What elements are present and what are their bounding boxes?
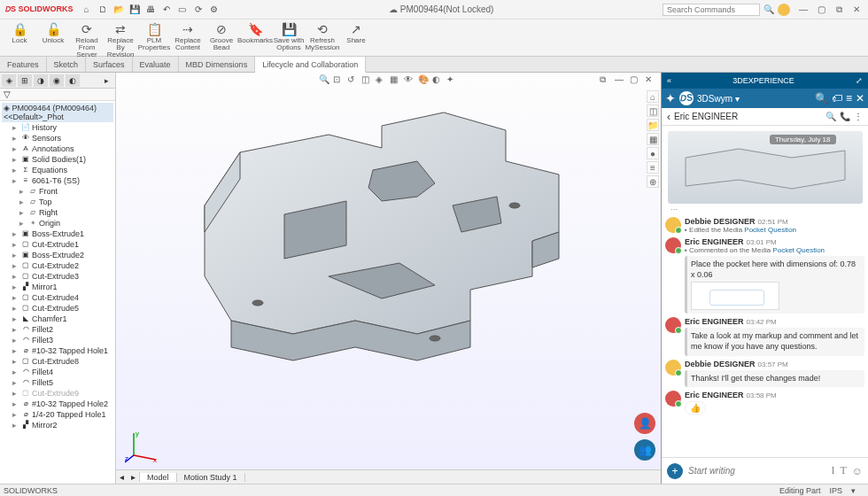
vp-link-icon[interactable]: ⧉ bbox=[600, 74, 612, 87]
msg-image[interactable] bbox=[691, 282, 779, 310]
tree-item[interactable]: ▸👁Sensors bbox=[2, 133, 113, 143]
orientation-icon[interactable]: ◈ bbox=[376, 74, 388, 87]
avatar[interactable] bbox=[665, 360, 681, 376]
swym-title[interactable]: 3DSwym ▾ bbox=[697, 94, 811, 104]
ribbon-bookmarks[interactable]: 🔖Bookmarks bbox=[239, 21, 271, 44]
zoom-area-icon[interactable]: ⊡ bbox=[333, 74, 345, 87]
search-commands-input[interactable] bbox=[663, 4, 760, 16]
new-icon[interactable]: 🗋 bbox=[97, 4, 109, 16]
tree-item[interactable]: ▸◣Chamfer1 bbox=[2, 314, 113, 324]
swym-logo-icon[interactable]: 𝘋S bbox=[679, 91, 694, 105]
task-resources-icon[interactable]: ⌂ bbox=[647, 90, 659, 103]
filter-icon[interactable]: ▽ bbox=[4, 89, 11, 99]
ribbon-reload-from-server[interactable]: ⟳Reload From Server bbox=[71, 21, 103, 58]
viewport[interactable]: 🔍 ⊡ ↺ ◫ ◈ ▦ 👁 🎨 ◐ ✦ ⧉ — ▢ ✕ ⌂ ◫ 📁 ▦ ● ≡ … bbox=[116, 73, 661, 484]
tree-item[interactable]: ▸◠Fillet2 bbox=[2, 324, 113, 335]
chat-feed[interactable]: Thursday, July 18 ▶ ⋯ Debbie DESIGNER02:… bbox=[662, 126, 868, 457]
ribbon-share[interactable]: ↗Share bbox=[340, 21, 372, 44]
swym-close-icon[interactable]: ✕ bbox=[856, 92, 864, 105]
avatar[interactable] bbox=[665, 391, 681, 407]
text-cursor-icon[interactable]: I bbox=[831, 464, 834, 477]
tree-expand-icon[interactable]: ▸ bbox=[19, 218, 27, 229]
task-explorer-icon[interactable]: 📁 bbox=[647, 119, 659, 131]
status-dropdown-icon[interactable]: ▾ bbox=[851, 486, 856, 495]
tree-item[interactable]: ▸▢Cut-Extrude4 bbox=[2, 292, 113, 303]
avatar[interactable] bbox=[665, 237, 681, 253]
restore-icon[interactable]: ⧉ bbox=[833, 4, 845, 16]
tab-surfaces[interactable]: Surfaces bbox=[86, 57, 133, 72]
tab-evaluate[interactable]: Evaluate bbox=[133, 57, 179, 72]
tree-expand-icon[interactable]: ▸ bbox=[12, 356, 19, 367]
tab-mbd-dimensions[interactable]: MBD Dimensions bbox=[179, 57, 256, 72]
task-view-palette-icon[interactable]: ▦ bbox=[647, 133, 659, 145]
chat-input[interactable] bbox=[688, 466, 825, 476]
ribbon-unlock[interactable]: 🔓Unlock bbox=[37, 21, 69, 44]
tree-item[interactable]: ▸▱Top bbox=[2, 197, 113, 207]
tree-expand-icon[interactable]: ▸ bbox=[12, 367, 19, 377]
text-format-icon[interactable]: T bbox=[840, 464, 846, 477]
tree-item[interactable]: ▸▱Right bbox=[2, 207, 113, 218]
video-thumbnail[interactable]: Thursday, July 18 ▶ bbox=[668, 131, 863, 204]
ribbon-plm-properties[interactable]: 📋PLM Properties bbox=[138, 21, 170, 51]
feature-tree[interactable]: ◈ PM009464 (PM009464)<<Default>_Phot ▸📄H… bbox=[0, 101, 115, 484]
tree-item[interactable]: ▸◠Fillet5 bbox=[2, 377, 113, 388]
tree-item[interactable]: ▸▣Solid Bodies(1) bbox=[2, 154, 113, 165]
prev-view-icon[interactable]: ↺ bbox=[347, 74, 360, 87]
swym-search-icon[interactable]: 🔍 bbox=[815, 92, 828, 105]
swym-menu-icon[interactable]: ≡ bbox=[846, 92, 852, 105]
tree-expand-icon[interactable]: ▸ bbox=[12, 165, 19, 175]
tree-item[interactable]: ▸AAnnotations bbox=[2, 143, 113, 154]
tree-item[interactable]: ▸⌀#10-32 Tapped Hole2 bbox=[2, 399, 113, 409]
tree-expand-icon[interactable]: ▸ bbox=[12, 229, 19, 239]
tree-expand-icon[interactable]: ▸ bbox=[12, 314, 19, 324]
tree-item[interactable]: ▸▣Boss-Extrude1 bbox=[2, 229, 113, 239]
tree-expand-icon[interactable]: ▸ bbox=[12, 303, 19, 314]
fab-collab-icon[interactable]: 👥 bbox=[634, 439, 655, 461]
tree-item[interactable]: ▸▢Cut-Extrude1 bbox=[2, 239, 113, 250]
maximize-icon[interactable]: ▢ bbox=[815, 4, 827, 16]
msg-reaction[interactable]: 👍 bbox=[685, 401, 706, 415]
compass-icon[interactable]: ✦ bbox=[665, 91, 676, 105]
search-icon[interactable]: 🔍 bbox=[763, 4, 774, 14]
tree-expand-icon[interactable]: ▸ bbox=[12, 399, 19, 409]
render-icon[interactable]: ✦ bbox=[446, 74, 459, 87]
rebuild-icon[interactable]: ⟳ bbox=[192, 4, 205, 16]
save-icon[interactable]: 💾 bbox=[128, 4, 141, 16]
tree-expand-icon[interactable]: ▸ bbox=[12, 282, 19, 292]
chat-call-icon[interactable]: 📞 bbox=[840, 112, 850, 121]
tree-item[interactable]: ▸▢Cut-Extrude2 bbox=[2, 260, 113, 271]
model-tab[interactable]: Model bbox=[140, 473, 177, 482]
section-icon[interactable]: ◫ bbox=[361, 74, 374, 87]
display-style-icon[interactable]: ▦ bbox=[390, 74, 402, 87]
zoom-fit-icon[interactable]: 🔍 bbox=[319, 74, 331, 87]
view-triad[interactable]: y x z bbox=[125, 429, 160, 466]
chat-search-icon[interactable]: 🔍 bbox=[825, 112, 836, 121]
vp-max-icon[interactable]: ▢ bbox=[630, 74, 642, 87]
tree-item[interactable]: ▸▱Front bbox=[2, 186, 113, 197]
tree-item[interactable]: ▸◠Fillet3 bbox=[2, 335, 113, 345]
tree-expand-icon[interactable]: ▸ bbox=[12, 271, 19, 282]
user-avatar-icon[interactable] bbox=[778, 4, 790, 16]
tree-tab-dimx-icon[interactable]: ◉ bbox=[50, 74, 64, 87]
emoji-icon[interactable]: ☺ bbox=[852, 465, 863, 477]
xpanel-collapse-icon[interactable]: « bbox=[667, 76, 671, 85]
tree-expand-icon[interactable]: ▸ bbox=[12, 388, 19, 399]
tab-lifecycle-and-collaboration[interactable]: Lifecycle and Collaboration bbox=[255, 57, 366, 73]
tree-expand-icon[interactable]: ▸ bbox=[12, 409, 19, 420]
print-icon[interactable]: 🖶 bbox=[144, 4, 157, 16]
tree-expand-icon[interactable]: ▸ bbox=[12, 260, 19, 271]
tree-expand-icon[interactable]: ▸ bbox=[12, 143, 19, 154]
tree-item[interactable]: ▸≡6061-T6 (SS) bbox=[2, 175, 113, 186]
vp-close-icon[interactable]: ✕ bbox=[645, 74, 657, 87]
model-tab[interactable]: Motion Study 1 bbox=[177, 473, 245, 482]
tree-expand-icon[interactable]: ▸ bbox=[19, 186, 27, 197]
tree-expand-icon[interactable]: ▸ bbox=[12, 133, 19, 143]
task-design-lib-icon[interactable]: ◫ bbox=[647, 105, 659, 117]
tree-item[interactable]: ▸▢Cut-Extrude5 bbox=[2, 303, 113, 314]
tree-item[interactable]: ▸◠Fillet4 bbox=[2, 367, 113, 377]
tree-tab-config-icon[interactable]: ◑ bbox=[34, 74, 48, 87]
tree-item[interactable]: ▸⌀#10-32 Tapped Hole1 bbox=[2, 345, 113, 356]
undo-icon[interactable]: ↶ bbox=[160, 4, 173, 16]
vp-min-icon[interactable]: — bbox=[615, 74, 627, 87]
tree-tab-display-icon[interactable]: ◐ bbox=[66, 74, 80, 87]
